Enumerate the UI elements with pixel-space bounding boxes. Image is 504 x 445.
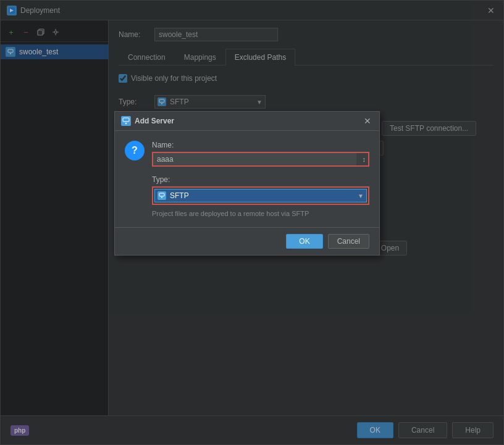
modal-server-icon	[121, 116, 131, 126]
modal-close-button[interactable]: ✕	[362, 115, 373, 127]
modal-type-description: Project files are deployed to a remote h…	[152, 210, 369, 217]
modal-overlay: Add Server ✕ ? Name: ↕	[0, 0, 504, 445]
modal-sort-button[interactable]: ↕	[360, 154, 369, 164]
modal-type-box: SFTP ▼	[152, 186, 369, 205]
modal-type-select-wrapper: SFTP ▼	[154, 189, 367, 202]
modal-title-text: Add Server	[135, 117, 174, 125]
modal-cancel-button[interactable]: Cancel	[328, 234, 369, 249]
modal-name-row: ↕	[152, 152, 369, 167]
modal-footer: OK Cancel	[115, 227, 379, 255]
modal-name-label: Name:	[152, 141, 369, 149]
modal-type-label: Type:	[152, 175, 369, 184]
modal-name-section: Name: ↕	[152, 141, 369, 167]
modal-form: Name: ↕ Type:	[152, 141, 369, 217]
modal-ok-button[interactable]: OK	[286, 234, 322, 249]
modal-type-section: Type: SFTP ▼ Project files are depl	[152, 175, 369, 217]
add-server-modal: Add Server ✕ ? Name: ↕	[114, 111, 380, 256]
modal-body: ? Name: ↕ Type:	[115, 131, 379, 227]
modal-name-input[interactable]	[153, 153, 356, 165]
svg-point-10	[125, 123, 127, 124]
svg-rect-9	[123, 118, 129, 122]
modal-type-select[interactable]: SFTP	[154, 189, 367, 202]
modal-title-left: Add Server	[121, 116, 174, 126]
question-icon: ?	[125, 141, 145, 160]
modal-title-bar: Add Server ✕	[115, 112, 379, 131]
